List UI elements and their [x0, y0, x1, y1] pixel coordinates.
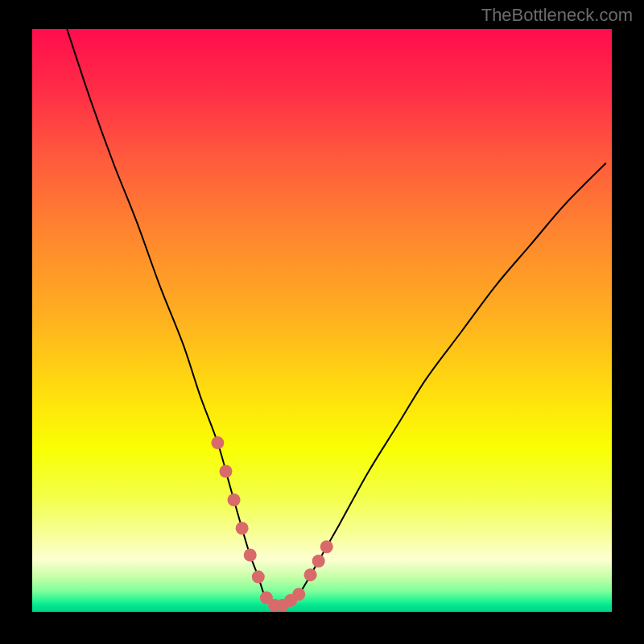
highlight-dot	[252, 571, 265, 584]
bottleneck-curve-line	[67, 29, 606, 606]
highlight-dot	[312, 555, 325, 568]
highlight-dot	[219, 465, 232, 478]
highlight-dot	[320, 540, 333, 553]
highlight-dot	[304, 568, 317, 581]
highlight-dot	[292, 588, 305, 601]
watermark-text: TheBottleneck.com	[481, 5, 633, 26]
highlight-dot	[228, 493, 241, 506]
plot-area	[32, 29, 612, 612]
highlight-dot	[211, 436, 224, 449]
highlight-dot	[244, 549, 257, 562]
curve-svg	[32, 29, 612, 612]
highlight-dot	[236, 522, 249, 535]
